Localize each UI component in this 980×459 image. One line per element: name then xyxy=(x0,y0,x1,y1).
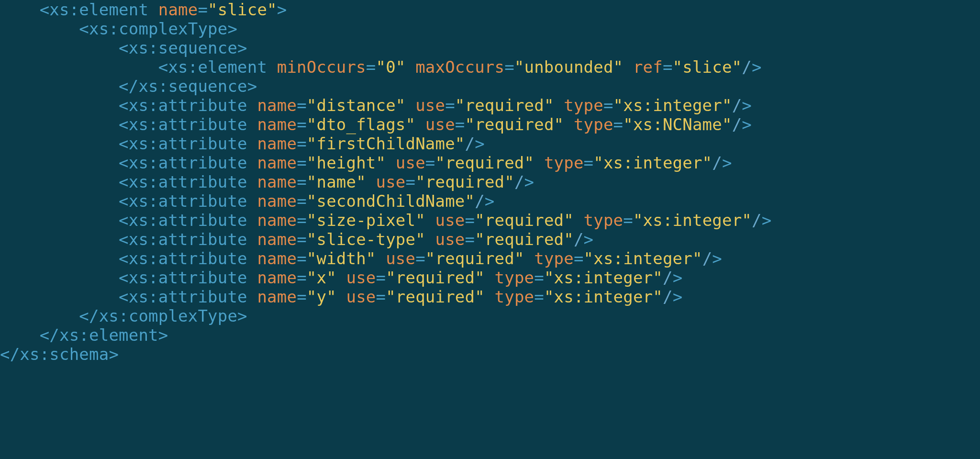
xml-schema-code: <xs:element name="slice"> <xs:complexTyp… xyxy=(0,0,980,364)
